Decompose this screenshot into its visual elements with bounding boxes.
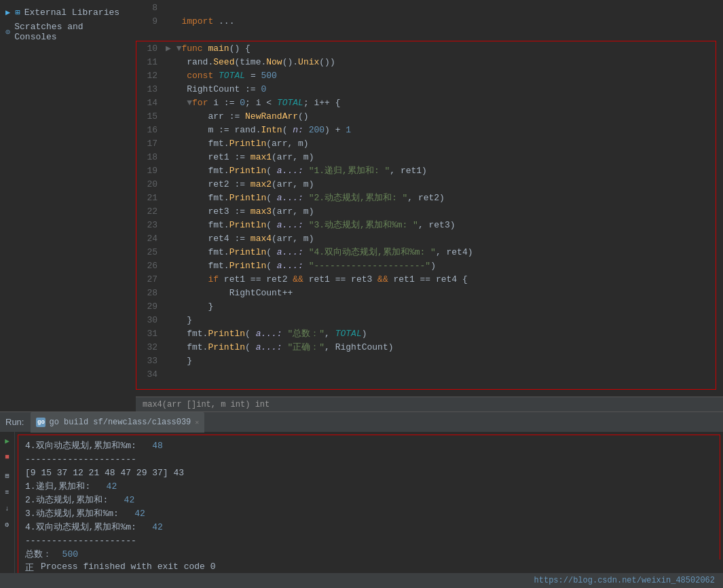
code-line: fmt.Println( a...: "4.双向动态规划,累加和%m: ", r… [163, 246, 723, 259]
sidebar-item-scratches-label: Scratches and Consoles [14, 22, 130, 42]
status-bar: https://blog.csdn.net/weixin_48502062 [0, 573, 723, 588]
run-controls: ▶ ■ ⊞ ≡ ↓ ⚙ [0, 432, 15, 588]
code-line: import ... [163, 15, 723, 29]
editor-hint: max4(arr []int, m int) int [136, 397, 723, 411]
code-line: if ret1 == ret2 && ret1 == ret3 && ret1 … [163, 273, 723, 287]
code-line: ▼for i := 0; i < TOTAL; i++ { [163, 96, 723, 110]
sidebar-item-external-libraries-label: External Libraries [24, 7, 119, 18]
code-container: 8910111213141516171819202122232425262728… [136, 0, 723, 411]
code-line: } [163, 314, 723, 327]
sidebar-item-external-libraries[interactable]: ▶ ⊞ External Libraries [0, 5, 136, 20]
run-tab-label: go build sf/newclass/class039 [49, 418, 191, 427]
output-line: 1.递归,累加和: 42 [25, 480, 713, 494]
filter-button[interactable]: ≡ [1, 486, 14, 498]
code-line: fmt.Println( a...: "2.动态规划,累加和: ", ret2) [163, 191, 723, 205]
line-numbers: 8910111213141516171819202122232425262728… [136, 0, 163, 411]
code-line: ret1 := max1(arr, m) [163, 151, 723, 164]
code-line [163, 368, 723, 382]
code-line: fmt.Println( a...: "3.动态规划,累加和%m: ", ret… [163, 219, 723, 232]
process-line: Process finished with exit code 0 [34, 559, 723, 573]
output-line: --------------------- [25, 453, 713, 466]
external-libraries-icon: ▶ ⊞ [5, 7, 20, 18]
rerun-button[interactable]: ⊞ [1, 470, 14, 482]
run-tab-go-build[interactable]: go go build sf/newclass/class039 ✕ [31, 412, 204, 433]
code-line: arr := NewRandArr() [163, 110, 723, 124]
output-line: --------------------- [25, 534, 713, 548]
output-line: 3.动态规划,累加和%m: 42 [25, 507, 713, 521]
sidebar: ▶ ⊞ External Libraries ⊙ Scratches and C… [0, 0, 136, 407]
editor-area: 8910111213141516171819202122232425262728… [136, 0, 723, 411]
process-text: Process finished with exit code 0 [41, 562, 215, 572]
status-url: https://blog.csdn.net/weixin_48502062 [534, 576, 715, 585]
code-line: fmt.Println( a...: "--------------------… [163, 259, 723, 273]
code-line: fmt.Println( a...: "1.递归,累加和: ", ret1) [163, 164, 723, 178]
code-line: ret3 := max3(arr, m) [163, 205, 723, 219]
play-button[interactable]: ▶ [1, 435, 14, 447]
code-line: fmt.Println( a...: "总数：", TOTAL) [163, 327, 723, 341]
code-line: } [163, 300, 723, 314]
sidebar-item-scratches[interactable]: ⊙ Scratches and Consoles [0, 20, 136, 44]
code-line: fmt.Println( a...: "正确：", RightCount) [163, 341, 723, 354]
code-line: fmt.Println(arr, m) [163, 137, 723, 151]
code-line [163, 29, 723, 42]
code-line: m := rand.Intn( n: 200) + 1 [163, 124, 723, 137]
output-line: 4.双向动态规划,累加和%m: 48 [25, 439, 713, 453]
settings-button[interactable]: ⚙ [1, 519, 14, 531]
run-label: Run: [5, 417, 24, 427]
go-language-icon: go [36, 418, 45, 427]
scratches-icon: ⊙ [5, 27, 10, 37]
code-line: rand.Seed(time.Now().Unix()) [163, 56, 723, 69]
code-line [163, 1, 723, 15]
code-line: ret2 := max2(arr, m) [163, 178, 723, 191]
hint-text: max4(arr []int, m int) int [143, 400, 270, 409]
stop-button[interactable]: ■ [1, 451, 14, 463]
code-line: } [163, 354, 723, 368]
scroll-button[interactable]: ↓ [1, 502, 14, 515]
code-line: ▶ ▼func main() { [163, 42, 723, 56]
run-tab-close-button[interactable]: ✕ [195, 418, 199, 426]
code-line: ret4 := max4(arr, m) [163, 232, 723, 246]
code-line: const TOTAL = 500 [163, 69, 723, 83]
code-content[interactable]: import ... ▶ ▼func main() { rand.Seed(ti… [163, 0, 723, 411]
output-line: [9 15 37 12 21 48 47 29 37] 43 [25, 466, 713, 480]
code-line: RightCount := 0 [163, 83, 723, 96]
output-line: 4.双向动态规划,累加和%m: 42 [25, 521, 713, 534]
output-line: 2.动态规划,累加和: 42 [25, 494, 713, 507]
code-line: RightCount++ [163, 287, 723, 300]
run-tabs: Run: go go build sf/newclass/class039 ✕ [0, 411, 723, 432]
